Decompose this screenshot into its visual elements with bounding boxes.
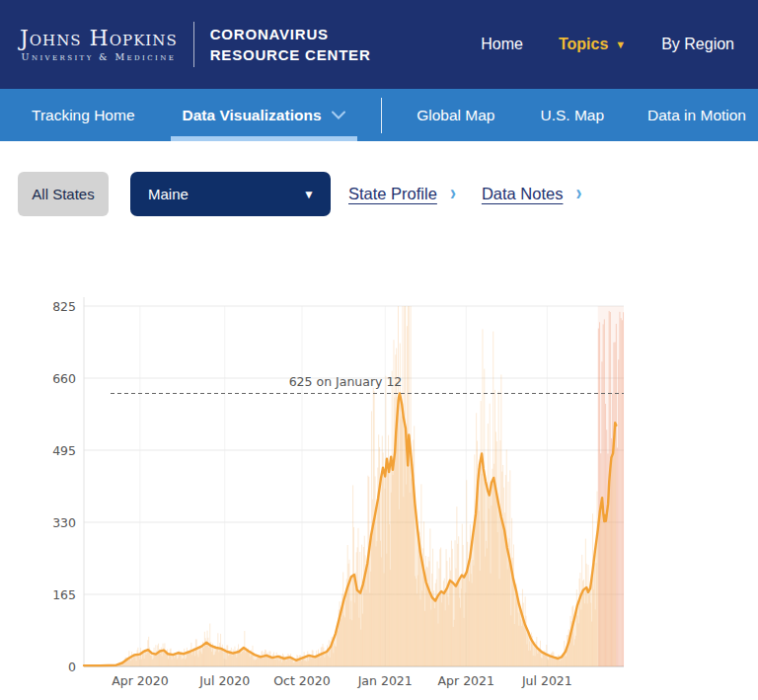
svg-text:165: 165 (52, 587, 76, 602)
nav-topics[interactable]: Topics ▼ (559, 36, 626, 53)
site-title-line2: RESOURCE CENTER (210, 44, 371, 65)
maine-daily-cases-chart: 0165330495660825Apr 2020Jul 2020Oct 2020… (0, 286, 758, 700)
svg-text:Jul 2021: Jul 2021 (521, 673, 572, 688)
svg-text:Apr 2021: Apr 2021 (438, 673, 494, 688)
tracking-subnav: Tracking Home Data Visualizations Global… (0, 89, 758, 141)
subnav-global-map[interactable]: Global Map (405, 89, 506, 141)
nav-topics-label: Topics (559, 36, 608, 53)
subnav-us-map[interactable]: U.S. Map (528, 89, 616, 141)
header-nav: Home Topics ▼ By Region (481, 36, 738, 53)
svg-text:Jul 2020: Jul 2020 (198, 673, 250, 688)
subnav-data-visualizations-label: Data Visualizations (183, 107, 322, 124)
state-dropdown-value: Maine (148, 186, 189, 202)
chevron-down-icon (332, 111, 345, 119)
state-dropdown[interactable]: Maine ▼ (130, 172, 331, 216)
jhu-logo-sub: University & Medicine (22, 52, 177, 62)
topics-dropdown-icon: ▼ (615, 39, 626, 50)
svg-text:Oct 2020: Oct 2020 (273, 673, 330, 688)
svg-text:660: 660 (52, 371, 76, 386)
subnav-data-in-motion-label: Data in Motion (647, 107, 746, 124)
site-title-line1: CORONAVIRUS (210, 24, 371, 44)
subnav-global-map-label: Global Map (417, 107, 494, 124)
svg-text:495: 495 (52, 443, 76, 458)
subnav-tracking-home[interactable]: Tracking Home (20, 89, 147, 141)
data-notes-link[interactable]: Data Notes (482, 185, 564, 203)
subnav-divider (381, 98, 382, 133)
svg-text:625 on January 12: 625 on January 12 (289, 374, 403, 389)
chevron-right-icon: › (450, 181, 456, 206)
subnav-tracking-home-label: Tracking Home (32, 107, 135, 124)
state-filter-row: All States Maine ▼ State Profile › Data … (0, 141, 758, 216)
all-states-button[interactable]: All States (18, 172, 109, 216)
dropdown-caret-icon: ▼ (303, 188, 315, 201)
chevron-right-icon: › (575, 181, 581, 206)
svg-text:Jan 2021: Jan 2021 (357, 673, 413, 688)
jhu-logo[interactable]: Johns Hopkins University & Medicine (20, 27, 178, 62)
site-header: Johns Hopkins University & Medicine CORO… (0, 0, 758, 89)
svg-text:825: 825 (52, 299, 76, 314)
subnav-data-in-motion[interactable]: Data in Motion (636, 89, 758, 141)
jhu-logo-main: Johns Hopkins (20, 27, 178, 49)
site-title: CORONAVIRUS RESOURCE CENTER (210, 24, 371, 65)
subnav-us-map-label: U.S. Map (540, 107, 604, 124)
nav-home[interactable]: Home (481, 36, 523, 53)
state-profile-link[interactable]: State Profile (348, 185, 437, 203)
svg-text:0: 0 (68, 660, 76, 674)
subnav-data-visualizations[interactable]: Data Visualizations (171, 89, 357, 141)
nav-by-region[interactable]: By Region (661, 36, 734, 53)
svg-text:Apr 2020: Apr 2020 (112, 673, 168, 688)
svg-text:330: 330 (52, 515, 76, 530)
header-divider (193, 22, 194, 67)
